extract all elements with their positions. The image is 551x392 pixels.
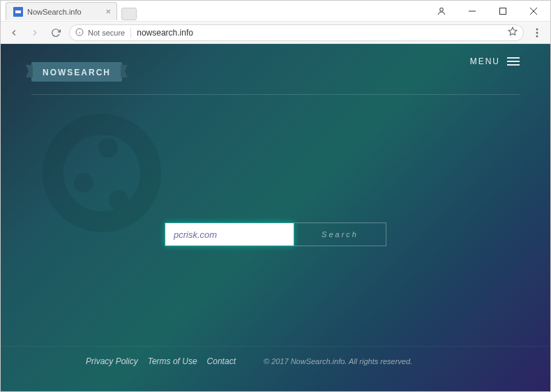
menu-label: MENU (470, 56, 500, 66)
search-input[interactable] (165, 223, 294, 246)
bookmark-star-icon[interactable] (508, 27, 518, 39)
new-tab-button[interactable] (121, 8, 137, 20)
tab-title: NowSearch.info (27, 8, 101, 16)
page-footer: Privacy Policy Terms of Use Contact © 20… (1, 346, 550, 366)
address-bar: Not secure nowsearch.info (1, 22, 550, 44)
close-icon[interactable]: × (105, 7, 111, 16)
watermark (1, 44, 550, 391)
svg-rect-2 (500, 8, 506, 14)
copyright-text: © 2017 NowSearch.info. All rights reserv… (264, 357, 412, 365)
maximize-button[interactable] (488, 1, 518, 21)
svg-point-11 (536, 35, 538, 37)
forward-button[interactable] (27, 25, 43, 40)
browser-window: NowSearch.info × (0, 0, 551, 392)
address-field[interactable]: Not secure nowsearch.info (69, 24, 524, 41)
info-icon (75, 27, 84, 39)
reload-button[interactable] (48, 25, 63, 40)
back-button[interactable] (6, 25, 22, 40)
svg-point-0 (440, 8, 444, 11)
svg-point-10 (536, 31, 538, 33)
logo-text: NOWSEARCH (43, 68, 111, 77)
search-button[interactable]: Search (294, 223, 386, 246)
browser-tab[interactable]: NowSearch.info × (6, 2, 117, 20)
window-titlebar: NowSearch.info × (1, 1, 550, 22)
close-window-button[interactable] (518, 1, 549, 21)
svg-point-9 (536, 28, 538, 30)
divider (31, 94, 520, 95)
tab-strip: NowSearch.info × (6, 1, 137, 20)
footer-link-contact[interactable]: Contact (207, 356, 236, 366)
favicon-icon (13, 7, 23, 17)
menu-button[interactable]: MENU (470, 56, 520, 66)
hamburger-icon (507, 57, 520, 66)
page-viewport: NOWSEARCH MENU Search Privacy Policy Ter… (1, 44, 550, 391)
svg-marker-8 (508, 27, 517, 35)
footer-link-terms[interactable]: Terms of Use (148, 356, 197, 366)
url-text: nowsearch.info (137, 28, 193, 38)
browser-menu-button[interactable] (529, 28, 545, 38)
search-area: Search (165, 223, 386, 246)
minimize-button[interactable] (457, 1, 488, 21)
page-header: NOWSEARCH MENU (1, 44, 550, 82)
user-icon[interactable] (426, 1, 457, 21)
security-label: Not secure (88, 29, 125, 37)
separator (130, 28, 131, 38)
site-logo[interactable]: NOWSEARCH (31, 62, 122, 82)
footer-link-privacy[interactable]: Privacy Policy (86, 356, 138, 366)
